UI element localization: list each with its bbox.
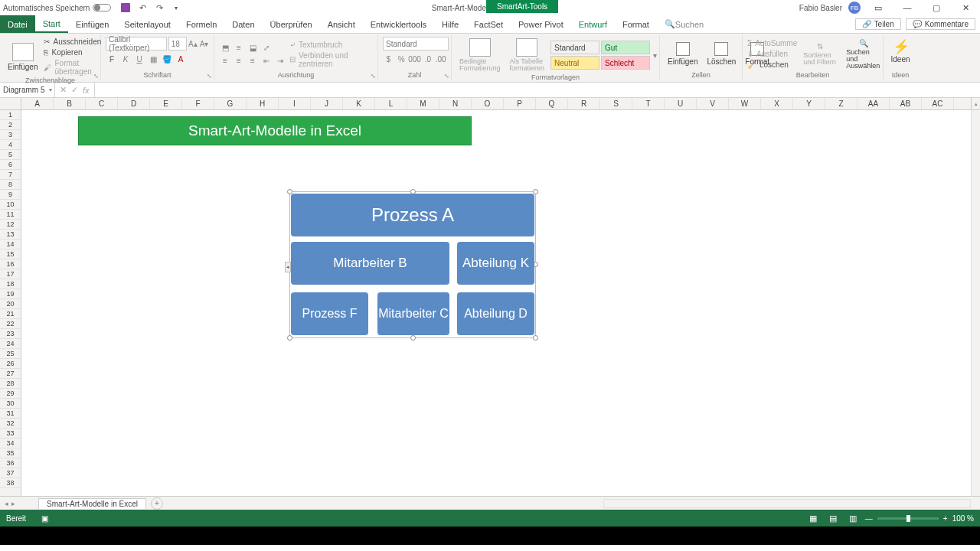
undo-button[interactable]: ↶ <box>137 2 148 13</box>
comments-button[interactable]: 💬 Kommentare <box>906 18 975 30</box>
row-header-4[interactable]: 4 <box>0 140 21 150</box>
align-bottom-button[interactable]: ⬓ <box>247 41 259 54</box>
tab-ansicht[interactable]: Ansicht <box>320 15 363 33</box>
column-header-W[interactable]: W <box>729 98 761 109</box>
tab-factset[interactable]: FactSet <box>466 15 511 33</box>
row-header-1[interactable]: 1 <box>0 110 21 120</box>
select-all-corner[interactable] <box>0 98 21 109</box>
row-header-27[interactable]: 27 <box>0 369 21 379</box>
clipboard-dialog-launcher[interactable]: ⤡ <box>93 73 99 80</box>
row-header-28[interactable]: 28 <box>0 379 21 389</box>
dec-dec-button[interactable]: .00 <box>435 53 446 65</box>
row-header-8[interactable]: 8 <box>0 180 21 190</box>
grid-cells[interactable]: Smart-Art-Modelle in Excel ◂ Prozess A M… <box>21 110 971 496</box>
ribbon-mode-icon[interactable]: ▭ <box>867 1 890 15</box>
resize-handle-ne[interactable] <box>533 189 538 194</box>
delete-cells-button[interactable]: Löschen <box>704 41 739 67</box>
row-header-11[interactable]: 11 <box>0 210 21 220</box>
row-header-38[interactable]: 38 <box>0 478 21 488</box>
alignment-dialog-launcher[interactable]: ⤡ <box>371 73 376 80</box>
font-color-button[interactable]: A <box>175 53 187 65</box>
align-center-button[interactable]: ≡ <box>233 54 245 67</box>
column-header-M[interactable]: M <box>407 98 439 109</box>
row-header-12[interactable]: 12 <box>0 220 21 230</box>
find-select-button[interactable]: 🔍Suchen und Auswählen <box>843 37 884 71</box>
confirm-formula-button[interactable]: ✓ <box>71 85 78 95</box>
sheet-nav-prev[interactable]: ◂ <box>5 500 8 507</box>
column-header-Z[interactable]: Z <box>825 98 858 109</box>
smartart-node-prozess-a[interactable]: Prozess A <box>291 194 534 236</box>
user-avatar[interactable]: FB <box>848 2 861 14</box>
paste-button[interactable]: Einfügen <box>5 41 41 73</box>
column-header-Q[interactable]: Q <box>536 98 568 109</box>
sheet-nav-next[interactable]: ▸ <box>11 500 15 507</box>
row-header-15[interactable]: 15 <box>0 249 21 259</box>
indent-dec-button[interactable]: ⇤ <box>260 54 273 67</box>
tab-powerpivot[interactable]: Power Pivot <box>511 15 571 33</box>
indent-inc-button[interactable]: ⇥ <box>274 54 286 67</box>
row-header-30[interactable]: 30 <box>0 399 21 409</box>
underline-button[interactable]: U <box>133 53 145 65</box>
row-header-32[interactable]: 32 <box>0 419 21 429</box>
tab-hilfe[interactable]: Hilfe <box>434 15 466 33</box>
row-header-22[interactable]: 22 <box>0 319 21 329</box>
column-header-Y[interactable]: Y <box>793 98 825 109</box>
merge-button[interactable]: ⊟ Verbinden und zentrieren <box>289 51 373 69</box>
align-right-button[interactable]: ≡ <box>247 54 259 67</box>
add-sheet-button[interactable]: + <box>151 497 163 510</box>
row-header-7[interactable]: 7 <box>0 170 21 180</box>
view-normal-button[interactable]: ▦ <box>805 512 821 524</box>
column-header-R[interactable]: R <box>568 98 600 109</box>
wrap-text-button[interactable]: ⤶ Textumbruch <box>289 40 373 50</box>
row-header-2[interactable]: 2 <box>0 120 21 130</box>
redo-button[interactable]: ↷ <box>154 2 165 13</box>
tab-entwicklertools[interactable]: Entwicklertools <box>363 15 434 33</box>
resize-handle-se[interactable] <box>533 335 538 341</box>
smartart-node-prozess-f[interactable]: Prozess F <box>291 292 368 335</box>
style-gut[interactable]: Gut <box>601 41 650 54</box>
row-header-3[interactable]: 3 <box>0 130 21 140</box>
style-schlecht[interactable]: Schlecht <box>601 56 650 70</box>
italic-button[interactable]: K <box>119 53 132 65</box>
row-header-13[interactable]: 13 <box>0 230 21 240</box>
formula-input[interactable] <box>95 83 980 97</box>
comma-button[interactable]: 000 <box>409 53 421 65</box>
cancel-formula-button[interactable]: ✕ <box>60 85 67 95</box>
insert-cells-button[interactable]: Einfügen <box>665 41 701 67</box>
tab-file[interactable]: Datei <box>0 15 35 33</box>
tab-entwurf[interactable]: Entwurf <box>571 15 615 33</box>
row-header-26[interactable]: 26 <box>0 359 21 369</box>
column-header-P[interactable]: P <box>504 98 536 109</box>
font-size-select[interactable]: 18 <box>168 37 187 51</box>
column-header-G[interactable]: G <box>214 98 247 109</box>
style-standard[interactable]: Standard <box>550 41 599 54</box>
font-select[interactable]: Calibri (Textkörper) <box>106 37 167 51</box>
row-header-33[interactable]: 33 <box>0 429 21 439</box>
column-header-U[interactable]: U <box>665 98 697 109</box>
bold-button[interactable]: F <box>106 53 118 65</box>
column-header-A[interactable]: A <box>21 98 54 109</box>
column-header-F[interactable]: F <box>182 98 214 109</box>
copy-button[interactable]: ⎘ Kopieren <box>44 47 101 57</box>
currency-button[interactable]: $ <box>383 53 394 65</box>
percent-button[interactable]: % <box>396 53 407 65</box>
column-header-T[interactable]: T <box>632 98 665 109</box>
cut-button[interactable]: ✂ Ausschneiden <box>44 37 101 47</box>
style-neutral[interactable]: Neutral <box>550 56 599 70</box>
column-header-I[interactable]: I <box>279 98 311 109</box>
smartart-node-mitarbeiter-c[interactable]: Mitarbeiter C <box>377 292 449 335</box>
orientation-button[interactable]: ⤢ <box>260 41 273 54</box>
column-header-AB[interactable]: AB <box>890 98 922 109</box>
horizontal-scrollbar[interactable] <box>603 499 971 508</box>
row-header-17[interactable]: 17 <box>0 269 21 279</box>
zoom-level[interactable]: 100 % <box>952 514 974 523</box>
row-header-36[interactable]: 36 <box>0 458 21 468</box>
fill-button[interactable]: ⬇ Ausfüllen <box>747 49 797 59</box>
tab-einfuegen[interactable]: Einfügen <box>68 15 116 33</box>
vertical-scrollbar[interactable] <box>971 110 980 496</box>
column-header-AC[interactable]: AC <box>922 98 954 109</box>
row-header-20[interactable]: 20 <box>0 299 21 309</box>
row-header-19[interactable]: 19 <box>0 289 21 299</box>
row-header-31[interactable]: 31 <box>0 409 21 419</box>
styles-more-button[interactable]: ▾ <box>653 49 657 61</box>
